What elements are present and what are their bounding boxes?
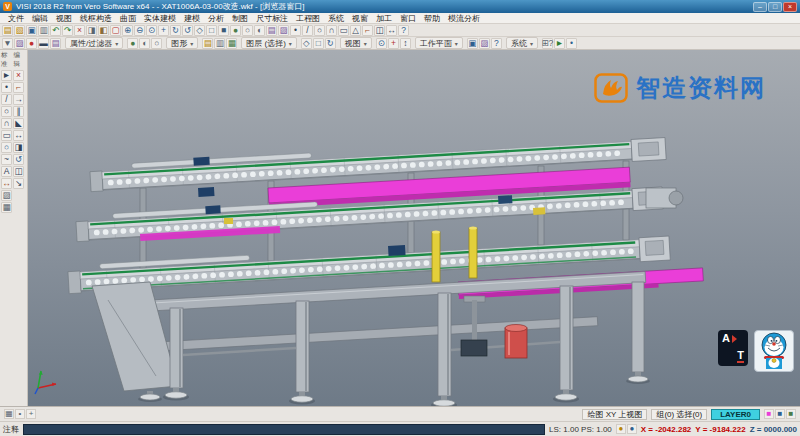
view-rotate-icon[interactable]: ↻ <box>325 38 336 49</box>
paste-icon[interactable]: ◧ <box>98 25 109 36</box>
rectangle-tool-icon[interactable]: ▭ <box>338 25 349 36</box>
menu-item[interactable]: 文件 <box>4 13 28 24</box>
hidden-line-icon[interactable]: ◐ <box>254 25 265 36</box>
layer-visibility-icon[interactable]: ▦ <box>226 38 237 49</box>
zoom-out-icon[interactable]: ⊖ <box>134 25 145 36</box>
toolbar-group-layer-selection[interactable]: 图层 (选择) ▾ <box>241 37 297 49</box>
view-iso-icon[interactable]: ◇ <box>301 38 312 49</box>
help-icon[interactable]: ? <box>398 25 409 36</box>
macro-icon[interactable]: ► <box>554 38 565 49</box>
rectangle-icon[interactable]: ▭ <box>1 130 12 141</box>
rotate-icon[interactable]: ↺ <box>13 154 24 165</box>
snap-grid-icon[interactable]: ▦ <box>4 409 14 419</box>
menu-item[interactable]: 视图 <box>52 13 76 24</box>
menu-item[interactable]: 编辑 <box>28 13 52 24</box>
view-mode-indicator[interactable]: 绘图 XY 上视图 <box>582 409 647 420</box>
close-button[interactable]: × <box>783 2 797 12</box>
highlight-color-icon[interactable]: ■ <box>764 409 774 419</box>
maximize-button[interactable]: □ <box>768 2 782 12</box>
workplane-origin-icon[interactable]: + <box>388 38 399 49</box>
arc-tool-icon[interactable]: ∩ <box>326 25 337 36</box>
text-icon[interactable]: A <box>1 166 12 177</box>
hatch-icon[interactable]: ▨ <box>1 190 12 201</box>
menu-item[interactable]: 尺寸标注 <box>252 13 292 24</box>
move-tool-icon[interactable]: ↔ <box>386 25 397 36</box>
workplane-color-icon[interactable]: ■ <box>775 409 785 419</box>
front-view-icon[interactable]: ■ <box>218 25 229 36</box>
grid-icon[interactable]: ▦ <box>1 202 12 213</box>
toolbar-group-attributes-filter[interactable]: 属性/过滤器 ▾ <box>65 37 123 49</box>
workplane-icon[interactable]: ⊙ <box>376 38 387 49</box>
snap-point-icon[interactable]: • <box>15 409 25 419</box>
cut-icon[interactable]: × <box>74 25 85 36</box>
dimension-icon[interactable]: ↔ <box>1 178 12 189</box>
offset-icon[interactable]: ∥ <box>13 106 24 117</box>
color-picker-icon[interactable]: ● <box>26 38 37 49</box>
layer-icon[interactable]: ▤ <box>50 38 61 49</box>
point-icon[interactable]: • <box>1 82 12 93</box>
point-tool-icon[interactable]: • <box>290 25 301 36</box>
line-style-icon[interactable]: ▬ <box>38 38 49 49</box>
info-icon[interactable]: • <box>566 38 577 49</box>
erase-icon[interactable]: × <box>13 70 24 81</box>
line-icon[interactable]: / <box>1 94 12 105</box>
zoom-fit-icon[interactable]: ⊙ <box>146 25 157 36</box>
shaded-view-icon[interactable]: ● <box>230 25 241 36</box>
move-icon[interactable]: ↔ <box>13 130 24 141</box>
system-settings-icon[interactable]: ▣ <box>467 38 478 49</box>
menu-item[interactable]: 帮助 <box>420 13 444 24</box>
halftone-icon[interactable]: ◐ <box>139 38 150 49</box>
mirror-icon[interactable]: ◫ <box>13 166 24 177</box>
menu-item[interactable]: 系统 <box>324 13 348 24</box>
wireframe-icon[interactable]: ○ <box>151 38 162 49</box>
precision-icon[interactable]: ● <box>627 424 637 434</box>
circle-icon[interactable]: ○ <box>1 106 12 117</box>
units-icon[interactable]: ● <box>616 424 626 434</box>
top-view-icon[interactable]: □ <box>206 25 217 36</box>
command-input[interactable] <box>23 424 545 435</box>
extend-icon[interactable]: → <box>13 94 24 105</box>
menu-item[interactable]: 线框构造 <box>76 13 116 24</box>
circle-tool-icon[interactable]: ○ <box>314 25 325 36</box>
calculator-icon[interactable]: ⊞? <box>542 38 553 49</box>
shaded-icon[interactable]: ● <box>127 38 138 49</box>
menu-item[interactable]: 窗口 <box>396 13 420 24</box>
curve-icon[interactable]: ~ <box>1 154 12 165</box>
current-layer-badge[interactable]: LAYER0 <box>711 409 760 420</box>
pan-icon[interactable]: + <box>158 25 169 36</box>
grid-toggle-icon[interactable]: ■ <box>786 409 796 419</box>
print-icon[interactable]: ▥ <box>38 25 49 36</box>
polygon-tool-icon[interactable]: △ <box>350 25 361 36</box>
menu-item[interactable]: 分析 <box>204 13 228 24</box>
toolbar-group-system[interactable]: 系统 ▾ <box>506 37 538 49</box>
ellipse-icon[interactable]: ○ <box>1 142 12 153</box>
arc-icon[interactable]: ∩ <box>1 118 12 129</box>
workplane-flip-icon[interactable]: ↕ <box>400 38 411 49</box>
delete-icon[interactable]: ▢ <box>110 25 121 36</box>
trim-tool-icon[interactable]: ⌐ <box>362 25 373 36</box>
zoom-in-icon[interactable]: ⊕ <box>122 25 133 36</box>
selection-filter-icon[interactable]: ▼ <box>2 38 13 49</box>
line-tool-icon[interactable]: / <box>302 25 313 36</box>
iso-view-icon[interactable]: ◇ <box>194 25 205 36</box>
view-top-icon[interactable]: □ <box>313 38 324 49</box>
trim-icon[interactable]: ⌐ <box>13 82 24 93</box>
attributes-icon[interactable]: ▨ <box>278 25 289 36</box>
copy-entity-icon[interactable]: ◨ <box>13 142 24 153</box>
system-help-icon[interactable]: ? <box>491 38 502 49</box>
scale-icon[interactable]: ↘ <box>13 178 24 189</box>
system-options-icon[interactable]: ▨ <box>479 38 490 49</box>
redo-icon[interactable]: ↷ <box>62 25 73 36</box>
save-icon[interactable]: ▣ <box>26 25 37 36</box>
menu-item[interactable]: 制图 <box>228 13 252 24</box>
wireframe-view-icon[interactable]: ○ <box>242 25 253 36</box>
previous-view-icon[interactable]: ↺ <box>182 25 193 36</box>
copy-icon[interactable]: ◨ <box>86 25 97 36</box>
toolbar-group-workplane[interactable]: 工作平面 ▾ <box>415 37 463 49</box>
undo-icon[interactable]: ↶ <box>50 25 61 36</box>
layer-manager-icon[interactable]: ▤ <box>266 25 277 36</box>
menu-item[interactable]: 建模 <box>180 13 204 24</box>
select-tool-icon[interactable]: ► <box>1 70 12 81</box>
attribute-brush-icon[interactable]: ▨ <box>14 38 25 49</box>
rotate-view-icon[interactable]: ↻ <box>170 25 181 36</box>
